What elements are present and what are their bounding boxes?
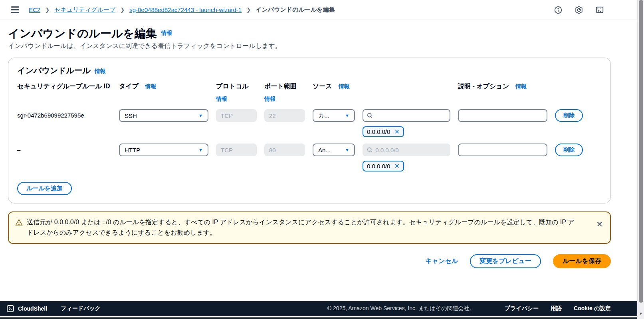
vertical-scrollbar[interactable]: ▼ <box>637 0 644 319</box>
warning-triangle-icon <box>15 219 23 226</box>
panel-title-text: インバウンドルール <box>17 66 91 75</box>
source-cidr-value: 0.0.0.0/0 <box>367 128 390 135</box>
search-icon <box>367 147 373 153</box>
inbound-rules-panel: インバウンドルール情報 セキュリティグループルール ID タイプ情報 プロトコル… <box>8 58 611 203</box>
rule-row: – HTTP ▼ TCP 80 An... ▼ <box>17 144 602 171</box>
breadcrumb-security-group-id[interactable]: sg-0e0488ed82ac72443 - launch-wizard-1 <box>129 6 242 13</box>
source-cidr-chip[interactable]: 0.0.0.0/0 ✕ <box>363 126 404 137</box>
cloudshell-terminal-icon <box>6 305 14 313</box>
cancel-button[interactable]: キャンセル <box>425 257 458 265</box>
cloudshell-label: CloudShell <box>18 305 47 312</box>
source-cidr-chip[interactable]: 0.0.0.0/0 ✕ <box>363 161 404 171</box>
rule-row: sgr-0472b69099227595e SSH ▼ TCP 22 カ... … <box>17 109 602 137</box>
save-rules-button[interactable]: ルールを保存 <box>553 254 611 268</box>
feedback-button[interactable]: フィードバック <box>61 305 101 312</box>
port-info-link[interactable]: 情報 <box>264 96 305 103</box>
type-info-link[interactable]: 情報 <box>145 83 156 90</box>
terms-link[interactable]: 用語 <box>551 305 562 312</box>
clipped-content-strip <box>0 317 637 319</box>
scrollbar-down-arrow[interactable]: ▼ <box>639 311 643 316</box>
breadcrumb: EC2 ❯ セキュリティグループ ❯ sg-0e0488ed82ac72443 … <box>29 6 335 14</box>
source-type-select[interactable]: An... ▼ <box>313 144 355 156</box>
column-header-port-range: ポート範囲情報 <box>264 82 305 103</box>
source-search-input-disabled <box>375 147 446 154</box>
menu-hamburger-icon[interactable] <box>11 6 19 13</box>
type-select[interactable]: SSH ▼ <box>119 109 208 122</box>
page-info-link[interactable]: 情報 <box>161 30 172 36</box>
top-navigation-bar: EC2 ❯ セキュリティグループ ❯ sg-0e0488ed82ac72443 … <box>0 0 644 20</box>
chevron-right-icon: ❯ <box>120 7 125 13</box>
column-headers: セキュリティグループルール ID タイプ情報 プロトコル情報 ポート範囲情報 ソ… <box>17 82 602 103</box>
search-icon <box>367 112 373 119</box>
page-title: インバウンドのルールを編集情報 <box>8 26 644 41</box>
type-select[interactable]: HTTP ▼ <box>119 144 208 156</box>
chevron-down-icon: ▼ <box>345 148 349 152</box>
description-info-link[interactable]: 情報 <box>515 83 527 90</box>
console-footer: CloudShell フィードバック © 2025, Amazon Web Se… <box>0 301 637 316</box>
source-type-select[interactable]: カ... ▼ <box>313 109 355 122</box>
page-title-text: インバウンドのルールを編集 <box>8 27 157 40</box>
column-header-source-text: ソース <box>313 83 332 90</box>
privacy-link[interactable]: プライバシー <box>504 305 539 312</box>
panel-info-link[interactable]: 情報 <box>95 68 106 74</box>
chevron-down-icon: ▼ <box>345 113 349 118</box>
column-header-port-text: ポート範囲 <box>264 83 297 90</box>
source-search-box[interactable] <box>363 109 450 122</box>
form-actions: キャンセル 変更をプレビュー ルールを保存 <box>8 254 611 268</box>
copyright-text: © 2025, Amazon Web Services, Inc. またはその関… <box>327 305 475 312</box>
chip-remove-icon[interactable]: ✕ <box>394 128 399 136</box>
protocol-field-disabled: TCP <box>216 144 257 156</box>
add-rule-button[interactable]: ルールを追加 <box>17 182 72 195</box>
source-search-input[interactable] <box>375 112 446 119</box>
source-cidr-value: 0.0.0.0/0 <box>367 163 390 169</box>
type-select-value: SSH <box>125 112 137 119</box>
breadcrumb-ec2[interactable]: EC2 <box>29 6 40 13</box>
panel-title: インバウンドルール情報 <box>17 65 602 76</box>
cloudshell-terminal-icon[interactable] <box>595 6 604 14</box>
info-icon[interactable] <box>554 6 563 14</box>
rule-id-value: sgr-0472b69099227595e <box>17 109 111 122</box>
description-input[interactable] <box>458 109 547 122</box>
close-icon[interactable]: ✕ <box>596 218 603 238</box>
chevron-right-icon: ❯ <box>45 7 50 13</box>
warning-banner: 送信元が 0.0.0.0/0 または ::/0 のルールを指定すると、すべての … <box>8 211 611 244</box>
port-field-disabled: 22 <box>264 109 305 122</box>
protocol-info-link[interactable]: 情報 <box>216 96 257 103</box>
column-header-description-text: 説明 - オプション <box>458 83 509 90</box>
delete-rule-button[interactable]: 削除 <box>555 144 583 156</box>
chevron-right-icon: ❯ <box>246 7 251 13</box>
health-hexagon-icon[interactable] <box>575 6 583 14</box>
cookie-settings-link[interactable]: Cookie の設定 <box>574 305 611 312</box>
column-header-description: 説明 - オプション情報 <box>458 82 547 103</box>
port-field-disabled: 80 <box>264 144 305 156</box>
protocol-field-disabled: TCP <box>216 109 257 122</box>
chip-remove-icon[interactable]: ✕ <box>394 162 399 170</box>
scrollbar-thumb[interactable] <box>639 0 643 303</box>
column-header-protocol-text: プロトコル <box>216 83 249 90</box>
chevron-down-icon: ▼ <box>198 113 203 118</box>
page-subtitle: インバウンドルールは、インスタンスに到達できる着信トラフィックをコントロールしま… <box>8 42 644 50</box>
column-header-rule-id: セキュリティグループルール ID <box>17 82 111 103</box>
source-type-value: カ... <box>318 112 329 120</box>
column-header-type-text: タイプ <box>119 83 139 90</box>
breadcrumb-current-page: インバウンドのルールを編集 <box>256 6 335 14</box>
description-input[interactable] <box>458 144 547 156</box>
delete-rule-button[interactable]: 削除 <box>555 109 583 122</box>
breadcrumb-security-groups[interactable]: セキュリティグループ <box>54 6 115 14</box>
source-search-box-disabled <box>363 144 450 156</box>
column-header-protocol: プロトコル情報 <box>216 82 257 103</box>
column-header-type: タイプ情報 <box>119 82 208 103</box>
chevron-down-icon: ▼ <box>198 148 203 152</box>
preview-changes-button[interactable]: 変更をプレビュー <box>470 254 541 268</box>
source-type-value: An... <box>318 147 331 154</box>
cloudshell-button[interactable]: CloudShell <box>6 305 47 313</box>
type-select-value: HTTP <box>125 147 140 154</box>
column-header-source: ソース情報 <box>313 82 450 103</box>
rule-id-value: – <box>17 144 111 156</box>
source-info-link[interactable]: 情報 <box>339 83 350 90</box>
warning-text: 送信元が 0.0.0.0/0 または ::/0 のルールを指定すると、すべての … <box>27 217 592 238</box>
